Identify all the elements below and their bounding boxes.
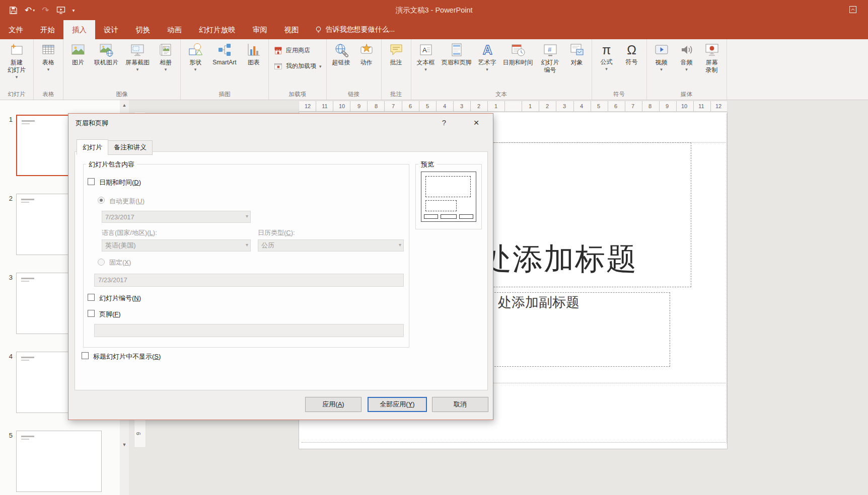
auto-update-radio[interactable] xyxy=(98,197,105,204)
object-button[interactable]: 对象 xyxy=(564,41,590,89)
dropdown-arrow-icon: ▾ xyxy=(605,66,608,71)
wordart-button[interactable]: A 艺术字 ▾ xyxy=(475,41,500,89)
combo-arrow-icon: ▾ xyxy=(246,213,248,219)
ribbon-display-options-icon xyxy=(849,6,857,14)
tab-insert[interactable]: 插入 xyxy=(63,20,95,39)
gridline xyxy=(302,442,726,443)
slide-number-button[interactable]: # 幻灯片 编号 xyxy=(536,41,564,89)
apply-button[interactable]: 应用(A) xyxy=(305,397,361,412)
tell-me-search[interactable]: 告诉我您想要做什么... xyxy=(315,20,395,39)
online-pictures-icon xyxy=(99,42,114,57)
equation-button[interactable]: π 公式 ▾ xyxy=(594,41,619,89)
dropdown-arrow-icon: ▾ xyxy=(16,74,18,79)
footer-checkbox[interactable] xyxy=(88,310,95,317)
ribbon: 新建 幻灯片 ▾ 幻灯片 表格 ▾ 表格 图片 xyxy=(0,39,868,100)
tab-view[interactable]: 视图 xyxy=(276,20,308,39)
slide-number-icon: # xyxy=(543,42,558,57)
hyperlink-button[interactable]: 超链接 xyxy=(329,41,354,89)
slide-number-label: 2 xyxy=(0,194,16,273)
ribbon-display-options-button[interactable] xyxy=(849,6,857,16)
picture-icon xyxy=(70,42,86,57)
gridline xyxy=(727,114,727,443)
smartart-button[interactable]: SmartArt xyxy=(208,41,241,89)
dialog-help-button[interactable]: ? xyxy=(436,116,452,130)
slide-thumbnail-canvas[interactable] xyxy=(16,431,102,492)
scroll-down-arrow[interactable]: ▼ xyxy=(120,441,129,449)
shapes-button[interactable]: 形状 ▾ xyxy=(183,41,208,89)
tab-review[interactable]: 审阅 xyxy=(244,20,276,39)
comment-button[interactable]: 批注 xyxy=(384,41,409,89)
table-button[interactable]: 表格 ▾ xyxy=(36,41,61,89)
preview-body-box xyxy=(425,200,457,211)
fixed-radio[interactable] xyxy=(98,259,105,266)
ruler-number: 8 xyxy=(368,101,385,111)
auto-date-combobox[interactable]: 7/23/2017 ▾ xyxy=(102,211,251,223)
ruler-number: 1 xyxy=(487,101,504,111)
preview-date-box xyxy=(424,214,438,219)
cancel-button[interactable]: 取消 xyxy=(432,397,488,412)
scroll-up-arrow[interactable]: ▲ xyxy=(120,101,129,109)
preview-footer-box xyxy=(441,214,457,219)
language-combobox[interactable]: 英语(美国) ▾ xyxy=(102,239,251,252)
photo-album-button[interactable]: 相册 ▾ xyxy=(153,41,178,89)
tab-transitions[interactable]: 切换 xyxy=(127,20,159,39)
header-footer-button[interactable]: 页眉和页脚 xyxy=(439,41,475,89)
screen-recording-button[interactable]: 屏幕 录制 xyxy=(699,41,725,89)
tab-design[interactable]: 设计 xyxy=(95,20,127,39)
thumbnail-text-decor xyxy=(21,281,29,282)
customize-qat-button[interactable]: ▾ xyxy=(73,8,75,13)
ruler-number: 11 xyxy=(693,101,710,111)
ruler-number: 9 xyxy=(659,101,676,111)
chart-button[interactable]: 图表 xyxy=(241,41,266,89)
redo-icon: ↷ xyxy=(42,6,49,15)
group-label-symbols: 符号 xyxy=(593,90,646,100)
group-media: 视频 ▾ 音频 ▾ 屏幕 录制 媒体 xyxy=(647,39,727,100)
fixed-date-textbox[interactable]: 7/23/2017 xyxy=(94,274,404,287)
online-pictures-button[interactable]: 联机图片 xyxy=(91,41,122,89)
groupbox-title: 幻灯片包含内容 xyxy=(86,160,137,169)
undo-button[interactable]: ↶ ▾ xyxy=(25,6,35,15)
footer-checkbox-label: 页脚(F) xyxy=(99,310,121,319)
fixed-date-value: 7/23/2017 xyxy=(98,276,127,284)
my-addins-button[interactable]: 我的加载项 ▾ xyxy=(273,61,322,71)
screenshot-button[interactable]: 屏幕截图 ▾ xyxy=(122,41,153,89)
group-label-media: 媒体 xyxy=(647,90,726,100)
start-slideshow-button[interactable] xyxy=(56,6,65,15)
group-label-images: 图像 xyxy=(64,90,180,100)
ruler-number: 10 xyxy=(676,101,693,111)
store-button[interactable]: 应用商店 xyxy=(273,46,310,55)
thumbnail-text-decor xyxy=(22,123,30,124)
date-time-checkbox[interactable] xyxy=(88,178,95,185)
dialog-tab-notes[interactable]: 备注和讲义 xyxy=(108,140,153,155)
save-button[interactable] xyxy=(9,6,18,15)
language-value: 英语(美国) xyxy=(105,241,136,250)
ruler-number: 7 xyxy=(385,101,402,111)
action-button[interactable]: 动作 xyxy=(354,41,379,89)
textbox-button[interactable]: A 文本框 ▾ xyxy=(413,41,439,89)
dropdown-arrow-icon: ▾ xyxy=(136,67,139,72)
slide-thumbnail[interactable]: 5 xyxy=(0,431,120,495)
symbol-button[interactable]: Ω 符号 xyxy=(619,41,644,89)
video-button[interactable]: 视频 ▾ xyxy=(649,41,674,89)
date-time-icon xyxy=(511,42,526,57)
dialog-tab-slide[interactable]: 幻灯片 xyxy=(77,139,108,155)
audio-button[interactable]: 音频 ▾ xyxy=(674,41,699,89)
new-slide-button[interactable]: 新建 幻灯片 ▾ xyxy=(2,41,31,89)
tab-home[interactable]: 开始 xyxy=(32,20,63,39)
store-icon xyxy=(273,46,283,55)
group-label-comments: 批注 xyxy=(382,90,410,100)
footer-textbox[interactable] xyxy=(94,324,404,337)
picture-button[interactable]: 图片 xyxy=(65,41,91,89)
slide-number-checkbox[interactable] xyxy=(88,294,95,301)
date-time-button[interactable]: 日期和时间 xyxy=(500,41,536,89)
tab-file[interactable]: 文件 xyxy=(0,20,32,39)
hide-on-title-checkbox[interactable] xyxy=(82,352,89,359)
apply-all-button[interactable]: 全部应用(Y) xyxy=(368,397,427,412)
calendar-type-combobox[interactable]: 公历 ▾ xyxy=(258,239,404,252)
dialog-close-button[interactable]: × xyxy=(466,116,486,130)
group-illustrations: 形状 ▾ SmartArt 图表 插图 xyxy=(181,39,269,100)
chevron-down-icon: ▾ xyxy=(73,8,75,13)
redo-button[interactable]: ↷ xyxy=(42,6,49,15)
tab-animations[interactable]: 动画 xyxy=(159,20,190,39)
tab-slideshow[interactable]: 幻灯片放映 xyxy=(190,20,244,39)
